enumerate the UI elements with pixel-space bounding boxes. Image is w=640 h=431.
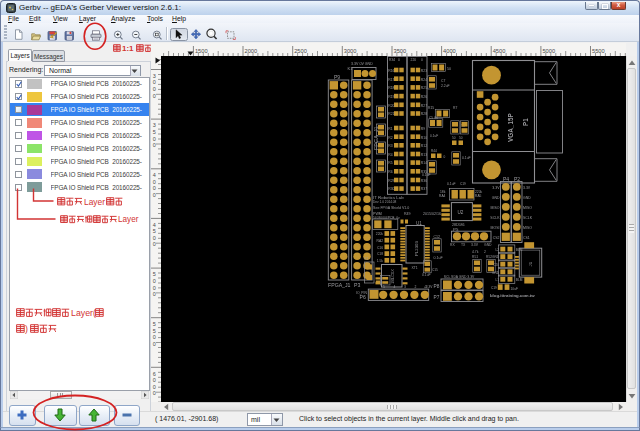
svg-text:0: 0	[153, 377, 156, 383]
svg-text:blog.ittraining.com.tw: blog.ittraining.com.tw	[490, 293, 535, 298]
svg-text:R16: R16	[388, 69, 394, 73]
svg-text:SCLK: SCLK	[490, 216, 500, 220]
svg-text:1.5k: 1.5k	[377, 259, 384, 263]
svg-text:U1: U1	[416, 221, 422, 226]
svg-text:+3.3V: +3.3V	[424, 285, 433, 289]
svg-text:0.1uF: 0.1uF	[422, 173, 431, 177]
svg-text:RA5: RA5	[475, 194, 482, 198]
svg-text:R12: R12	[421, 144, 427, 148]
svg-text:4.7k: 4.7k	[472, 250, 479, 254]
svg-text:0: 0	[153, 185, 156, 191]
svg-text:L2: L2	[495, 248, 499, 252]
svg-text:4000: 4000	[443, 48, 456, 54]
svg-text:10uF: 10uF	[511, 287, 518, 291]
svg-text:R25: R25	[421, 86, 427, 90]
svg-text:P7: P7	[434, 295, 440, 300]
svg-text:R1: R1	[388, 127, 392, 131]
svg-text:0: 0	[153, 241, 156, 247]
svg-text:0: 0	[153, 278, 156, 284]
svg-text:4500: 4500	[493, 48, 506, 54]
svg-text:0: 0	[421, 58, 423, 62]
svg-text:VGA_15P: VGA_15P	[507, 112, 514, 142]
svg-text:GND: GND	[492, 271, 500, 275]
svg-text:4: 4	[153, 172, 156, 178]
svg-text:XT1: XT1	[412, 266, 418, 270]
svg-text:GND: GND	[492, 196, 500, 200]
svg-text:50: 50	[447, 67, 451, 71]
svg-text:3.3V: 3.3V	[523, 186, 531, 190]
svg-text:P4: P4	[503, 176, 509, 182]
svg-text:BLM: BLM	[516, 278, 523, 282]
svg-text:R7: R7	[453, 106, 457, 110]
svg-text:R37: R37	[421, 187, 427, 191]
svg-text:SCL SDA GND 3.3V: SCL SDA GND 3.3V	[444, 275, 475, 279]
svg-text:R36: R36	[421, 179, 427, 183]
svg-text:MOSI: MOSI	[491, 226, 500, 230]
svg-text:GND: GND	[484, 243, 492, 247]
svg-text:P6: P6	[360, 294, 366, 300]
svg-text:R21: R21	[388, 112, 394, 116]
svg-text:R5: R5	[388, 161, 392, 165]
svg-text:5: 5	[153, 328, 156, 334]
svg-text:P1: P1	[522, 118, 529, 126]
svg-text:R13: R13	[421, 153, 427, 157]
svg-text:0: 0	[153, 235, 156, 241]
svg-text:U2: U2	[458, 210, 464, 215]
svg-text:C15: C15	[432, 268, 438, 272]
svg-text:3: 3	[153, 73, 156, 79]
svg-text:0: 0	[153, 93, 156, 99]
svg-text:50: 50	[452, 136, 456, 140]
svg-text:C19: C19	[460, 182, 466, 186]
svg-text:3.3V: 3.3V	[492, 186, 500, 190]
svg-text:220: 220	[411, 58, 417, 62]
svg-text:0.1uF: 0.1uF	[430, 134, 438, 138]
svg-text:50: 50	[459, 136, 463, 140]
svg-text:R10: R10	[421, 136, 427, 140]
svg-text:3500: 3500	[394, 48, 407, 54]
svg-text:R28: R28	[421, 112, 427, 116]
svg-text:P9: P9	[334, 74, 340, 80]
svg-text:0: 0	[153, 291, 156, 297]
svg-text:0: 0	[153, 390, 156, 396]
svg-text:0.1uF: 0.1uF	[447, 182, 456, 186]
svg-text:GND: GND	[523, 196, 531, 200]
svg-text:3000: 3000	[344, 48, 357, 54]
svg-text:TX: TX	[461, 243, 466, 247]
svg-text:0: 0	[153, 285, 156, 291]
svg-text:2000: 2000	[245, 48, 258, 54]
svg-text:R6: R6	[388, 170, 392, 174]
svg-text:FPGA_J1: FPGA_J1	[328, 282, 351, 288]
svg-text:0: 0	[153, 136, 156, 142]
svg-text:2500: 2500	[294, 48, 307, 54]
svg-text:R15: R15	[428, 106, 434, 110]
svg-text:5: 5	[153, 271, 156, 277]
svg-text:PL2303: PL2303	[414, 241, 419, 256]
svg-text:4: 4	[394, 285, 396, 289]
svg-text:0.1uF: 0.1uF	[462, 156, 471, 160]
svg-text:3.3V 0V GND: 3.3V 0V GND	[351, 62, 373, 66]
svg-text:3.3V: 3.3V	[471, 243, 479, 247]
svg-text:5: 5	[153, 129, 156, 135]
svg-text:C19: C19	[491, 286, 497, 290]
svg-text:RA2: RA2	[377, 239, 384, 243]
svg-text:2.2uF: 2.2uF	[441, 84, 450, 88]
svg-text:Dev 1.0 2014.08: Dev 1.0 2014.08	[373, 200, 397, 204]
svg-text:R17: R17	[388, 78, 394, 82]
svg-text:5500: 5500	[592, 48, 605, 54]
svg-text:P2: P2	[514, 176, 520, 182]
svg-text:5000: 5000	[542, 48, 555, 54]
svg-text:RA4: RA4	[439, 194, 446, 198]
svg-text:GND: GND	[492, 255, 500, 259]
svg-text:3: 3	[404, 285, 406, 289]
svg-text:R23: R23	[421, 69, 427, 73]
svg-text:R2: R2	[388, 136, 392, 140]
svg-text:CS2: CS2	[493, 236, 500, 240]
svg-text:6: 6	[153, 371, 156, 377]
svg-text:4: 4	[153, 222, 156, 228]
svg-text:0.1uF: 0.1uF	[422, 273, 431, 277]
svg-text:FPGA_J1: FPGA_J1	[373, 126, 379, 150]
svg-text:P3: P3	[354, 282, 360, 288]
svg-text:J1: J1	[528, 261, 533, 266]
svg-text:0: 0	[153, 79, 156, 85]
svg-text:CS1: CS1	[523, 236, 530, 240]
